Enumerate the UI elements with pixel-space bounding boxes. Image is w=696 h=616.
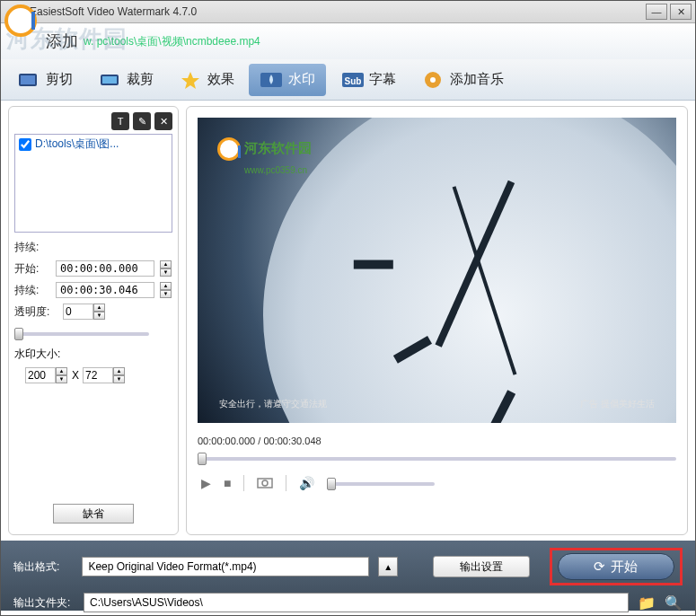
tab-music-label: 添加音乐 [450,71,504,88]
bottom-bar: 输出格式: Keep Original Video Format(*.mp4) … [1,541,695,611]
svg-point-11 [430,77,436,83]
start-up-button[interactable]: ▲ [160,260,172,268]
watermark-brand-text: 河东软件园 [244,140,312,155]
header-bar: 河东软件园 添加 w. pc\tools\桌面\视频\ncmbdeee.mp4 [1,23,695,59]
play-button[interactable]: ▶ [201,476,211,490]
start-button-highlight: ⟳ 开始 [550,548,683,585]
crop-icon [98,70,121,90]
snapshot-button[interactable] [257,476,273,491]
tab-crop-label: 裁剪 [127,71,154,88]
tab-cut-label: 剪切 [46,71,73,88]
output-format-dropdown-button[interactable]: ▲ [378,557,398,576]
list-item[interactable]: D:\tools\桌面\图... [15,135,172,154]
tab-crop[interactable]: 裁剪 [87,64,164,96]
watermark-overlay[interactable]: 河东软件园 www.pc0359.cn [217,137,316,170]
tab-watermark[interactable]: 水印 [249,64,326,96]
output-settings-button[interactable]: 输出设置 [433,556,530,577]
preview-panel: 河东软件园 www.pc0359.cn 安全出行，请遵守交通法规 广告 提倡美好… [186,106,688,535]
svg-rect-5 [102,76,117,84]
titlebar: EasiestSoft Video Watermark 4.7.0 — ✕ [1,1,695,23]
control-divider-2 [286,475,286,491]
svg-point-13 [262,480,268,486]
svg-text:Sub: Sub [345,76,362,86]
stop-button[interactable]: ■ [224,476,231,490]
edit-watermark-button[interactable]: ✎ [133,112,151,130]
scrubber-slider[interactable] [198,450,676,466]
minimize-button[interactable]: — [646,4,667,20]
width-input[interactable] [25,367,56,383]
timecode-display: 00:00:00.000 / 00:00:30.048 [187,434,687,448]
output-format-combo[interactable]: Keep Original Video Format(*.mp4) [82,557,369,576]
app-logo-icon [3,3,39,39]
opacity-label: 透明度: [14,304,57,320]
window-title: EasiestSoft Video Watermark 4.7.0 [30,5,197,18]
close-button[interactable]: ✕ [670,4,692,20]
height-down-button[interactable]: ▼ [113,375,125,383]
volume-slider[interactable] [327,475,435,491]
start-down-button[interactable]: ▼ [160,268,172,277]
svg-rect-3 [21,75,35,84]
volume-icon[interactable]: 🔊 [299,476,314,490]
defaults-button[interactable]: 缺省 [53,504,134,524]
caption-left: 安全出行，请遵守交通法规 [219,398,327,410]
width-down-button[interactable]: ▼ [56,375,67,383]
opacity-input[interactable] [63,304,93,320]
output-folder-label: 输出文件夹: [13,595,75,611]
droplet-icon [260,70,283,90]
tab-watermark-label: 水印 [288,71,315,88]
svg-marker-6 [181,72,199,89]
dur-down-button[interactable]: ▼ [160,290,172,298]
height-input[interactable] [83,367,113,383]
watermark-url-text: www.pc0359.cn [244,165,307,175]
tab-cut[interactable]: 剪切 [6,64,84,96]
star-icon [179,70,202,90]
start-time-input[interactable] [56,260,154,277]
duration-time-input[interactable] [56,282,154,298]
tab-music[interactable]: 添加音乐 [410,64,515,96]
duration2-label: 持续: [14,283,50,298]
dur-up-button[interactable]: ▲ [160,282,172,290]
start-button-label: 开始 [611,559,638,576]
width-up-button[interactable]: ▲ [56,367,67,375]
tab-bar: 剪切 裁剪 效果 水印 Sub 字幕 添加音乐 [1,59,695,101]
tab-subtitle[interactable]: Sub 字幕 [330,64,407,96]
sidebar-panel: T ✎ ✕ D:\tools\桌面\图... 持续: 开始: ▲▼ 持续: ▲▼ [8,106,179,535]
svg-rect-1 [31,12,35,30]
start-label: 开始: [14,261,50,277]
start-button[interactable]: ⟳ 开始 [558,553,674,580]
open-folder-icon[interactable]: 🔍 [665,594,683,612]
svg-point-0 [6,6,35,35]
tab-subtitle-label: 字幕 [369,71,396,88]
tab-effect-label: 效果 [207,71,234,88]
subtitle-icon: Sub [340,70,364,90]
scissors-icon [17,70,40,90]
tab-effect[interactable]: 效果 [168,64,245,96]
caption-right: 广告 提倡美好生活 [580,398,655,410]
refresh-icon: ⟳ [594,559,605,575]
opacity-slider[interactable] [14,325,149,341]
watermark-logo-icon [217,137,241,161]
remove-watermark-button[interactable]: ✕ [154,112,172,130]
music-disc-icon [421,70,445,90]
duration-label: 持续: [14,240,50,255]
watermark-list[interactable]: D:\tools\桌面\图... [14,134,172,233]
control-divider [243,475,244,491]
list-item-checkbox[interactable] [19,138,31,151]
opacity-up-button[interactable]: ▲ [93,304,105,312]
browse-folder-icon[interactable]: 📁 [638,594,656,612]
opacity-down-button[interactable]: ▼ [93,312,105,320]
add-watermark-button[interactable]: T [111,112,129,130]
list-item-path: D:\tools\桌面\图... [35,136,119,152]
output-folder-input[interactable]: C:\Users\ASUS\Videos\ [84,593,629,612]
height-up-button[interactable]: ▲ [113,367,125,375]
video-preview[interactable]: 河东软件园 www.pc0359.cn 安全出行，请遵守交通法规 广告 提倡美好… [198,118,676,423]
size-x-label: X [72,369,79,382]
output-format-label: 输出格式: [13,559,73,575]
size-label: 水印大小: [14,347,60,362]
